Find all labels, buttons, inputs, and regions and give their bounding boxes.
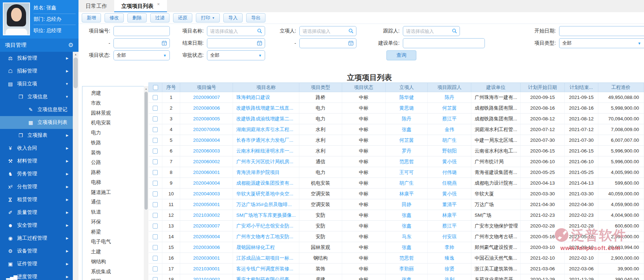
category-item[interactable]: 轨道 — [82, 207, 144, 217]
sidebar-item-质量管理[interactable]: ✐质量管理▶ — [0, 206, 73, 219]
sidebar-item-立项信息登记[interactable]: ✎立项信息登记 — [0, 103, 73, 116]
cell-name[interactable]: 湖南洞庭湖水库引水工程... — [233, 124, 299, 135]
approval-status-select[interactable]: 全部 ▼ — [207, 50, 265, 60]
calendar-icon[interactable] — [348, 40, 354, 47]
cell-name[interactable]: 云南水利枢纽潜明水库一... — [233, 146, 299, 156]
cell-code[interactable]: 2020060003 — [180, 146, 233, 156]
initiator-input[interactable] — [299, 26, 356, 36]
cell-name[interactable]: SM广场地下车库更换摄像... — [233, 210, 299, 221]
cell-code[interactable]: 2021010002 — [180, 274, 233, 280]
category-item[interactable]: 路桥 — [82, 168, 144, 178]
project-status-select[interactable]: 全部 ▼ — [113, 50, 170, 60]
cell-name[interactable]: 珠海鹤港口建设 — [233, 92, 299, 103]
cell-tracker[interactable]: 陈丹 — [428, 92, 471, 103]
cell-initiator[interactable]: 张鑫 — [385, 221, 427, 231]
sidebar-item-立项项目列表[interactable]: ▦立项项目列表 — [0, 116, 73, 129]
cell-code[interactable]: 2020050001 — [180, 199, 233, 210]
category-item[interactable]: 照明 — [82, 276, 144, 280]
row-checkbox[interactable] — [153, 106, 158, 111]
cell-tracker[interactable]: 付安琼 — [428, 231, 471, 242]
删除-button[interactable]: 删除 — [127, 13, 147, 22]
row-checkbox[interactable] — [153, 256, 158, 261]
sidebar-item-材料管理[interactable]: ⚒材料管理▶ — [0, 155, 73, 168]
cell-initiator[interactable]: 李勤丽 — [385, 264, 427, 274]
cell-code[interactable]: 2020030001 — [180, 253, 233, 264]
cell-code[interactable]: 2020030006 — [180, 242, 233, 253]
category-item[interactable]: 土建 — [82, 247, 144, 257]
cell-name[interactable]: 改建铁路成渝线增建第二... — [233, 114, 299, 124]
cell-name[interactable]: 青海洪湖养护院项目 — [233, 167, 299, 178]
table-scrollbar-thumb[interactable] — [144, 92, 148, 210]
cell-tracker[interactable]: 胡广生 — [428, 135, 471, 146]
cell-initiator[interactable]: 陈丹 — [385, 114, 427, 124]
cell-code[interactable]: 2020080004 — [180, 135, 233, 146]
新增-button[interactable]: 新增 — [82, 13, 101, 22]
category-item[interactable]: 园林景观 — [82, 108, 144, 118]
cell-name[interactable]: 广安邓小平纪念馆安全防... — [233, 221, 299, 231]
row-checkbox[interactable] — [153, 170, 158, 175]
project-name-input[interactable] — [207, 26, 265, 36]
search-button[interactable]: 查询 — [386, 50, 416, 60]
category-item[interactable]: 通信 — [82, 197, 144, 207]
sidebar-item-立项信息[interactable]: ❒立项信息▼ — [0, 90, 73, 103]
cell-tracker[interactable]: 野朝阳 — [428, 146, 471, 156]
row-checkbox[interactable] — [153, 202, 158, 207]
cell-initiator[interactable]: 林康平 — [385, 189, 427, 199]
category-item[interactable]: 市政 — [82, 98, 144, 108]
category-item[interactable]: 隧道施工 — [82, 188, 144, 198]
row-checkbox[interactable] — [153, 213, 158, 218]
cell-name[interactable]: 江苏成品油二期项目一标... — [233, 253, 299, 264]
cell-initiator[interactable]: 田静 — [385, 199, 427, 210]
sidebar-item-进度管理[interactable]: ▂▄▆进度管理▶ — [0, 270, 73, 280]
cell-name[interactable]: 长春市伊通河水力发电厂... — [233, 135, 299, 146]
导出-button[interactable]: 导出 — [246, 13, 265, 22]
cell-tracker[interactable]: 黄小强 — [428, 189, 471, 199]
cell-code[interactable]: 2020070006 — [180, 124, 233, 135]
cell-code[interactable]: 2020040004 — [180, 178, 233, 189]
row-checkbox[interactable] — [153, 138, 158, 143]
select-all-checkbox[interactable] — [153, 85, 158, 90]
修改-button[interactable]: 修改 — [105, 13, 124, 22]
cell-initiator[interactable]: 范思哲 — [385, 156, 427, 167]
cell-name[interactable]: 广州市天河区统计局机房... — [233, 156, 299, 167]
cell-code[interactable]: 2020080005 — [180, 114, 233, 124]
cell-code[interactable]: 2020060002 — [180, 156, 233, 167]
build-unit-input[interactable] — [403, 38, 485, 48]
table-scrollbar[interactable]: ▲ — [144, 86, 148, 280]
cell-name[interactable]: 华软大厦研究基地中央空... — [233, 189, 299, 199]
cell-tracker[interactable]: 臻逸 — [428, 253, 471, 264]
calendar-icon[interactable] — [257, 40, 262, 47]
cell-initiator[interactable]: 陈华健 — [385, 92, 427, 103]
cell-code[interactable]: 2020060001 — [180, 167, 233, 178]
calendar-icon[interactable] — [162, 40, 167, 47]
tab-close-icon[interactable]: × — [157, 1, 160, 7]
category-item[interactable]: 电子电气 — [82, 237, 144, 247]
row-checkbox[interactable] — [153, 181, 158, 186]
start-date-input[interactable] — [559, 26, 644, 36]
sidebar-item-立项报表[interactable]: ❐立项报表▶ — [0, 129, 73, 142]
cell-initiator[interactable]: 胡广生 — [385, 178, 427, 189]
sidebar-item-收入合同[interactable]: ¥收入合同▶ — [0, 142, 73, 155]
search-icon[interactable] — [452, 28, 457, 35]
sidebar-item-投标管理[interactable]: ⚖投标管理▶ — [0, 52, 73, 65]
row-checkbox[interactable] — [153, 127, 158, 132]
cell-code[interactable]: 2020080006 — [180, 103, 233, 114]
sidebar-item-租赁管理[interactable]: ⋈租赁管理▶ — [0, 193, 73, 206]
row-checkbox[interactable] — [153, 224, 158, 229]
cell-tracker[interactable]: 蔡江平 — [428, 114, 471, 124]
start-date-to-input[interactable] — [113, 38, 170, 48]
cell-initiator[interactable]: 张鑫 — [385, 242, 427, 253]
cell-tracker[interactable]: 何芷茵 — [428, 103, 471, 114]
cell-code[interactable]: 2021030002 — [180, 210, 233, 221]
sidebar-item-劳务管理[interactable]: ♞劳务管理▶ — [0, 168, 73, 180]
导入-button[interactable]: 导入 — [223, 13, 243, 22]
cell-name[interactable]: 晟铭园林绿化工程 — [233, 242, 299, 253]
cell-name[interactable]: 改建铁路线增建第二线直... — [233, 103, 299, 114]
category-item[interactable]: 机电安装 — [82, 118, 144, 128]
tracker-input[interactable] — [403, 26, 460, 36]
cell-tracker[interactable]: 李帅 — [428, 242, 471, 253]
打印-button[interactable]: 打印▼ — [196, 13, 220, 22]
project-code-input[interactable] — [113, 26, 170, 36]
cell-code[interactable]: 2020050004 — [180, 231, 233, 242]
category-item[interactable]: 环保 — [82, 217, 144, 227]
